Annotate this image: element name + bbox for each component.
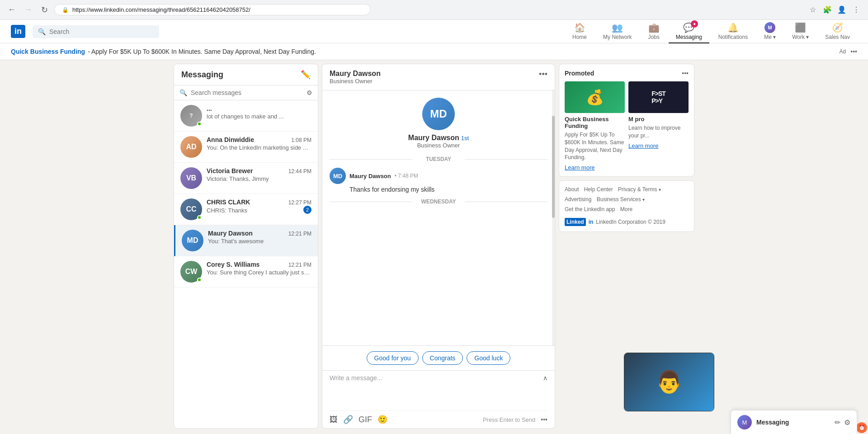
online-status-dot — [197, 215, 202, 220]
footer-links-row-3: Get the LinkedIn app More — [565, 206, 689, 214]
menu-button[interactable]: ⋮ — [850, 4, 863, 16]
nav-notifications[interactable]: 🔔 Notifications — [711, 20, 755, 43]
footer-link-help-center[interactable]: Help Center — [584, 186, 613, 193]
nav-messaging[interactable]: 💬● Messaging — [669, 20, 709, 43]
messaging-popup[interactable]: M Messaging ✏ ⚙ — [731, 410, 857, 432]
conv-time: 12:21 PM — [288, 262, 311, 268]
footer-link-advertising[interactable]: Advertising — [565, 196, 591, 203]
image-icon[interactable]: 🖼 — [330, 415, 338, 425]
conv-content: Corey S. Williams 12:21 PM You: Sure thi… — [207, 261, 311, 276]
search-icon: 🔍 — [38, 28, 46, 35]
forward-button[interactable]: → — [22, 4, 34, 16]
ad-link[interactable]: Quick Business Funding — [11, 48, 85, 55]
quick-reply-good-luck[interactable]: Good luck — [467, 351, 510, 365]
sales-nav-icon: 🧭 — [832, 22, 843, 33]
profile-button[interactable]: 👤 — [835, 4, 848, 16]
conversation-item[interactable]: ? ... lot of changes to make and ... — [174, 100, 318, 132]
promo-header: Promoted ••• — [565, 70, 689, 77]
message-toolbar: 🖼 🔗 GIF 🙂 Press Enter to Send ••• — [330, 410, 547, 425]
scrollbar-thumb[interactable] — [552, 116, 555, 218]
collapse-icon[interactable]: ∧ — [543, 374, 547, 382]
conversation-item-victoria[interactable]: VB Victoria Brewer 12:44 PM Victoria: Th… — [174, 163, 318, 194]
star-button[interactable]: ☆ — [807, 4, 819, 16]
online-status-dot — [197, 278, 202, 282]
conv-preview: You: On the LinkedIn marketing side of t… — [207, 144, 311, 151]
gif-icon[interactable]: GIF — [359, 415, 372, 425]
promo-learn-more-2[interactable]: Learn more — [628, 142, 689, 149]
conversation-item-anna[interactable]: AD Anna Dinwiddie 1:08 PM You: On the Li… — [174, 132, 318, 163]
promo-item-1: 💰 ⏰ Quick Business Funding Apply For $5K… — [565, 81, 625, 171]
message-sender-info: MD Maury Dawson • 7:48 PM — [330, 168, 547, 184]
promo-learn-more-1[interactable]: Learn more — [565, 164, 625, 171]
message-input-header: Write a message... ∧ — [330, 374, 547, 382]
conversation-list: ? ... lot of changes to make and ... AD — [174, 100, 318, 428]
footer-link-business-services[interactable]: Business Services ▾ — [597, 196, 645, 203]
attachment-icon[interactable]: 🔗 — [343, 415, 353, 425]
search-input[interactable] — [49, 28, 154, 35]
toolbar-more-icon[interactable]: ••• — [541, 416, 547, 423]
conv-name: Anna Dinwiddie — [207, 136, 254, 143]
avatar-container: CW — [180, 261, 202, 283]
popup-avatar-initials: M — [742, 419, 747, 426]
ad-more-icon[interactable]: ••• — [850, 48, 857, 55]
conversation-item-corey[interactable]: CW Corey S. Williams 12:21 PM You: Sure … — [174, 256, 318, 288]
search-messages-input[interactable] — [191, 89, 303, 96]
profile-name: Maury Dawson — [408, 134, 459, 142]
linkedin-logo[interactable]: in — [11, 25, 25, 38]
conversation-item-maury[interactable]: MD Maury Dawson 12:21 PM You: That's awe… — [174, 225, 318, 256]
ad-label: Ad — [840, 48, 846, 55]
conv-name: Corey S. Williams — [207, 261, 259, 268]
footer-logo: Linked in LinkedIn Corporation © 2019 — [565, 218, 689, 226]
messaging-badge: ● — [691, 20, 698, 28]
chat-messages[interactable]: MD Maury Dawson 1st Business Owner TUESD… — [322, 90, 555, 345]
messaging-panel-header: Messaging ✏️ — [174, 64, 318, 85]
conv-top: Victoria Brewer 12:44 PM — [207, 167, 311, 175]
footer-link-privacy-terms[interactable]: Privacy & Terms ▾ — [618, 186, 661, 193]
conv-name: Victoria Brewer — [207, 167, 253, 175]
message-input-box[interactable] — [330, 383, 547, 410]
messaging-panel: Messaging ✏️ 🔍 ⚙ ? ... lot of changes to… — [174, 64, 318, 429]
nav-jobs[interactable]: 💼 Jobs — [641, 20, 666, 43]
footer-link-get-app[interactable]: Get the LinkedIn app — [565, 206, 615, 212]
message-input-placeholder[interactable]: Write a message... — [330, 374, 382, 382]
browser-actions: ☆ 🧩 👤 ⋮ — [807, 4, 863, 16]
privacy-expand-icon: ▾ — [659, 187, 661, 192]
network-icon: 👥 — [612, 22, 623, 33]
nav-sales-nav[interactable]: 🧭 Sales Nav — [818, 20, 857, 43]
avatar-container: MD — [182, 230, 203, 251]
back-button[interactable]: ← — [5, 4, 18, 16]
emoji-icon[interactable]: 🙂 — [377, 415, 387, 425]
nav-work[interactable]: ⬛ Work ▾ — [785, 20, 816, 43]
profile-title: Business Owner — [417, 142, 460, 149]
conv-time: 12:21 PM — [288, 231, 311, 237]
promo-more-icon[interactable]: ••• — [682, 70, 689, 77]
conv-top: CHRIS CLARK 12:27 PM — [207, 198, 311, 206]
filter-icon[interactable]: ⚙ — [307, 89, 312, 96]
chat-more-icon[interactable]: ••• — [539, 70, 547, 79]
scrollbar-track[interactable] — [552, 90, 555, 345]
popup-edit-icon[interactable]: ✏ — [835, 418, 840, 427]
quick-replies: Good for you Congrats Good luck — [322, 345, 555, 370]
nav-me[interactable]: M Me ▾ — [757, 20, 783, 43]
chat-header: Maury Dawson Business Owner ••• — [322, 64, 555, 90]
nav-home[interactable]: 🏠 Home — [565, 20, 594, 43]
nav-my-network[interactable]: 👥 My Network — [596, 20, 639, 43]
conversation-item-chris[interactable]: CC CHRIS CLARK 12:27 PM CHRIS: Thanks 2 — [174, 194, 318, 225]
conv-name: ... — [207, 105, 212, 112]
quick-reply-congrats[interactable]: Congrats — [422, 351, 463, 365]
footer-link-about[interactable]: About — [565, 186, 579, 193]
compose-icon[interactable]: ✏️ — [301, 70, 311, 80]
conv-content: Victoria Brewer 12:44 PM Victoria: Thank… — [207, 167, 311, 182]
popup-settings-icon[interactable]: ⚙ — [844, 418, 850, 427]
nav-home-label: Home — [572, 34, 587, 40]
extension-button[interactable]: 🧩 — [821, 4, 834, 16]
address-bar[interactable]: 🔒 https://www.linkedin.com/messaging/thr… — [54, 4, 371, 15]
search-bar[interactable]: 🔍 — [33, 25, 159, 38]
quick-reply-good-for-you[interactable]: Good for you — [367, 351, 419, 365]
conv-preview: You: That's awesome — [208, 238, 311, 245]
reload-button[interactable]: ↻ — [38, 4, 51, 16]
footer-link-more[interactable]: More — [620, 206, 632, 212]
nav-notifications-label: Notifications — [718, 34, 748, 40]
conv-content: ... lot of changes to make and ... — [207, 105, 311, 120]
nav-me-label: Me ▾ — [764, 34, 776, 40]
